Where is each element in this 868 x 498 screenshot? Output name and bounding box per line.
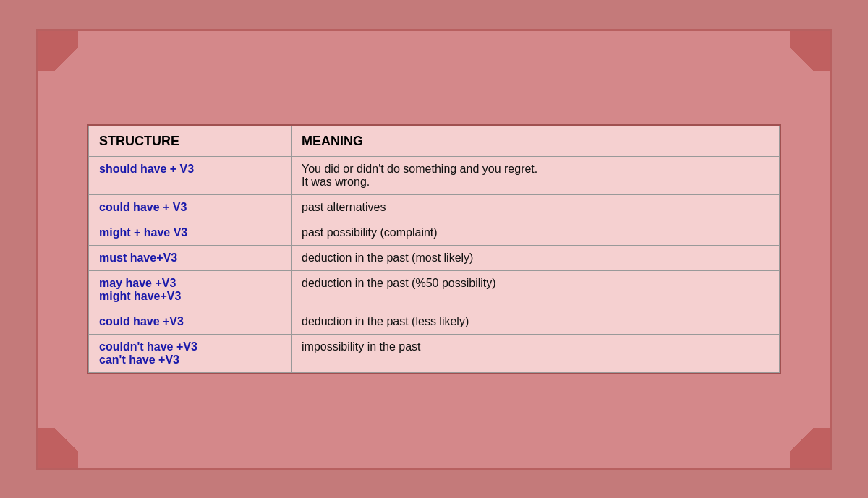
table-row: must have+V3deduction in the past (most … <box>89 245 780 270</box>
structure-cell: couldn't have +V3can't have +V3 <box>89 334 292 372</box>
structure-cell: may have +V3might have+V3 <box>89 270 292 309</box>
outer-frame: STRUCTURE MEANING should have + V3You di… <box>36 29 832 470</box>
header-structure: STRUCTURE <box>89 126 292 156</box>
header-meaning: MEANING <box>292 126 780 156</box>
structure-cell: could have +V3 <box>89 309 292 334</box>
structure-cell: might + have V3 <box>89 220 292 245</box>
structure-cell: must have+V3 <box>89 245 292 270</box>
table-row: might + have V3past possibility (complai… <box>89 220 780 245</box>
meaning-cell: You did or didn't do something and you r… <box>292 156 780 194</box>
meaning-cell: past possibility (complaint) <box>292 220 780 245</box>
table-row: could have + V3past alternatives <box>89 194 780 220</box>
table-row: should have + V3You did or didn't do som… <box>89 156 780 194</box>
table-row: couldn't have +V3can't have +V3impossibi… <box>89 334 780 372</box>
structure-cell: should have + V3 <box>89 156 292 194</box>
meaning-cell: impossibility in the past <box>292 334 780 372</box>
table-container: STRUCTURE MEANING should have + V3You di… <box>87 124 781 374</box>
meaning-cell: deduction in the past (most likely) <box>292 245 780 270</box>
meaning-cell: deduction in the past (less likely) <box>292 309 780 334</box>
grammar-table: STRUCTURE MEANING should have + V3You di… <box>88 126 780 373</box>
table-row: could have +V3deduction in the past (les… <box>89 309 780 334</box>
table-row: may have +V3might have+V3deduction in th… <box>89 270 780 309</box>
meaning-cell: past alternatives <box>292 194 780 220</box>
structure-cell: could have + V3 <box>89 194 292 220</box>
meaning-cell: deduction in the past (%50 possibility) <box>292 270 780 309</box>
